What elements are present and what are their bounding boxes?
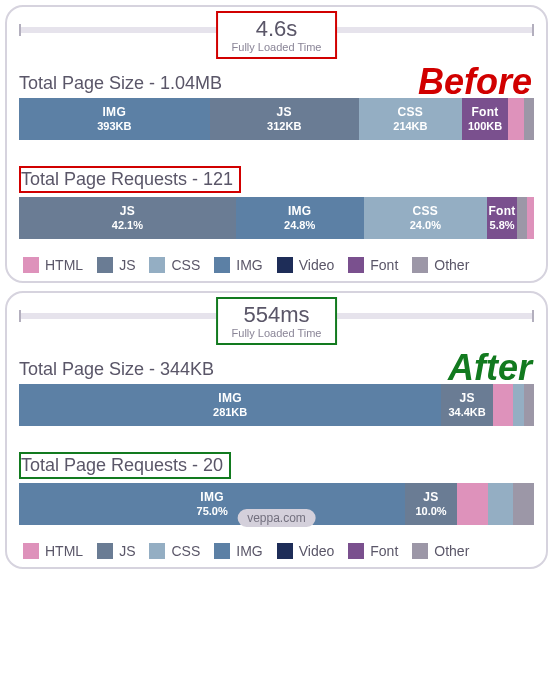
load-time-label: Fully Loaded Time — [232, 41, 322, 53]
legend-item-video: Video — [277, 257, 335, 273]
legend-label: Other — [434, 543, 469, 559]
legend-label: JS — [119, 543, 135, 559]
legend-swatch — [348, 543, 364, 559]
segment-html — [493, 384, 514, 426]
legend-item-other: Other — [412, 543, 469, 559]
legend-label: CSS — [171, 257, 200, 273]
legend-swatch — [214, 543, 230, 559]
before-tag: Before — [418, 61, 532, 103]
segment-js: JS312KB — [210, 98, 359, 140]
legend-item-html: HTML — [23, 543, 83, 559]
timeline: 4.6s Fully Loaded Time — [19, 27, 534, 33]
legend-item-js: JS — [97, 543, 135, 559]
after-tag: After — [448, 347, 532, 389]
legend-swatch — [277, 257, 293, 273]
legend-label: HTML — [45, 257, 83, 273]
segment-other — [524, 384, 534, 426]
legend-label: JS — [119, 257, 135, 273]
size-bar-before: IMG393KBJS312KBCSS214KBFont100KB — [19, 98, 534, 140]
segment-js: JS10.0% — [405, 483, 457, 525]
legend-label: Video — [299, 543, 335, 559]
legend-item-font: Font — [348, 257, 398, 273]
legend-item-video: Video — [277, 543, 335, 559]
load-time-box: 554ms Fully Loaded Time — [216, 297, 338, 345]
legend-item-other: Other — [412, 257, 469, 273]
segment-img: IMG281KB — [19, 384, 441, 426]
segment-img: IMG75.0% — [19, 483, 405, 525]
legend-label: Font — [370, 543, 398, 559]
legend-label: Video — [299, 257, 335, 273]
legend-swatch — [412, 543, 428, 559]
segment-js: JS34.4KB — [441, 384, 493, 426]
segment-css: CSS214KB — [359, 98, 462, 140]
legend: HTMLJSCSSIMGVideoFontOther — [19, 543, 534, 559]
legend-item-img: IMG — [214, 257, 262, 273]
legend-item-font: Font — [348, 543, 398, 559]
timeline: 554ms Fully Loaded Time — [19, 313, 534, 319]
segment-other — [524, 98, 534, 140]
load-time: 554ms — [232, 303, 322, 327]
size-bar-after: IMG281KBJS34.4KB — [19, 384, 534, 426]
legend-item-css: CSS — [149, 257, 200, 273]
requests-bar-before: JS42.1%IMG24.8%CSS24.0%Font5.8% — [19, 197, 534, 239]
legend-label: IMG — [236, 257, 262, 273]
segment-css: CSS24.0% — [364, 197, 488, 239]
legend-item-js: JS — [97, 257, 135, 273]
legend-swatch — [23, 543, 39, 559]
legend-swatch — [412, 257, 428, 273]
segment-css — [513, 384, 523, 426]
segment-other — [513, 483, 534, 525]
load-time: 4.6s — [232, 17, 322, 41]
legend-swatch — [277, 543, 293, 559]
legend-swatch — [97, 257, 113, 273]
segment-font: Font5.8% — [487, 197, 517, 239]
segment-other — [517, 197, 527, 239]
legend-swatch — [97, 543, 113, 559]
segment-js: JS42.1% — [19, 197, 236, 239]
segment-img: IMG393KB — [19, 98, 210, 140]
legend-label: Other — [434, 257, 469, 273]
legend-label: CSS — [171, 543, 200, 559]
segment-font: Font100KB — [462, 98, 508, 140]
legend-swatch — [23, 257, 39, 273]
legend: HTMLJSCSSIMGVideoFontOther — [19, 257, 534, 273]
page-requests-title: Total Page Requests - 20 — [19, 452, 231, 479]
segment-css — [488, 483, 514, 525]
legend-swatch — [348, 257, 364, 273]
legend-swatch — [149, 257, 165, 273]
legend-item-img: IMG — [214, 543, 262, 559]
segment-html — [457, 483, 488, 525]
before-panel: 4.6s Fully Loaded Time Before Total Page… — [5, 5, 548, 283]
segment-html — [508, 98, 523, 140]
legend-label: IMG — [236, 543, 262, 559]
load-time-label: Fully Loaded Time — [232, 327, 322, 339]
segment-html — [527, 197, 534, 239]
segment-img: IMG24.8% — [236, 197, 364, 239]
after-panel: 554ms Fully Loaded Time After Total Page… — [5, 291, 548, 569]
legend-label: Font — [370, 257, 398, 273]
legend-swatch — [149, 543, 165, 559]
legend-swatch — [214, 257, 230, 273]
load-time-box: 4.6s Fully Loaded Time — [216, 11, 338, 59]
page-requests-title: Total Page Requests - 121 — [19, 166, 241, 193]
legend-item-css: CSS — [149, 543, 200, 559]
legend-label: HTML — [45, 543, 83, 559]
watermark: veppa.com — [237, 509, 316, 527]
legend-item-html: HTML — [23, 257, 83, 273]
